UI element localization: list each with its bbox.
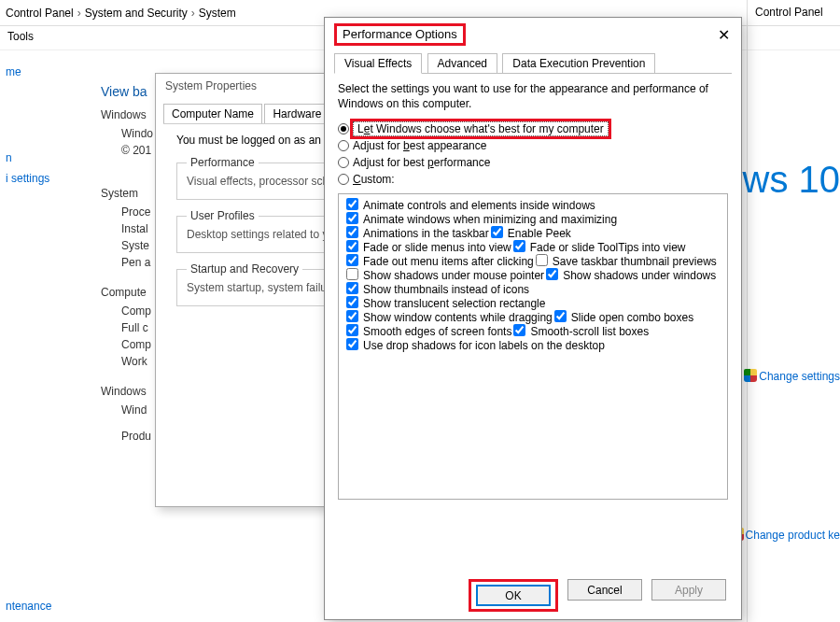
option-item[interactable]: Slide open combo boxes xyxy=(553,310,693,325)
tab-computer-name[interactable]: Computer Name xyxy=(163,104,262,123)
option-label: Fade or slide menus into view xyxy=(363,241,511,254)
tab-hardware[interactable]: Hardware xyxy=(264,104,329,123)
option-label: Save taskbar thumbnail previews xyxy=(553,255,717,268)
option-item[interactable]: Show shadows under mouse pointer xyxy=(344,268,544,283)
option-checkbox[interactable] xyxy=(536,254,548,266)
breadcrumb-item[interactable]: Control Panel xyxy=(6,7,74,20)
option-item[interactable]: Use drop shadows for icon labels on the … xyxy=(344,338,605,353)
change-settings-link[interactable]: Change settings xyxy=(744,369,840,383)
option-label: Enable Peek xyxy=(508,227,571,240)
search-label: Control Panel xyxy=(755,0,840,24)
close-icon[interactable]: ✕ xyxy=(712,26,735,44)
option-checkbox[interactable] xyxy=(513,324,525,336)
radio-icon xyxy=(338,123,349,134)
fieldset-legend: User Profiles xyxy=(187,209,259,222)
breadcrumb-item[interactable]: System and Security xyxy=(85,7,188,20)
option-label: Use drop shadows for icon labels on the … xyxy=(363,339,605,352)
tab-advanced[interactable]: Advanced xyxy=(427,53,497,74)
option-item[interactable]: Show thumbnails instead of icons xyxy=(344,282,529,297)
cp-sidebar: me n i settings xyxy=(0,52,93,189)
ok-button-highlight: OK xyxy=(469,579,558,612)
option-checkbox[interactable] xyxy=(346,282,358,294)
option-label: Fade out menu items after clicking xyxy=(363,255,534,268)
option-item[interactable]: Enable Peek xyxy=(489,226,571,241)
sidebar-link[interactable]: me xyxy=(6,65,21,78)
option-item[interactable]: Save taskbar thumbnail previews xyxy=(534,254,717,269)
option-checkbox[interactable] xyxy=(346,212,358,224)
option-item[interactable]: Smooth edges of screen fonts xyxy=(344,324,511,339)
tab-bar: Visual Effects Advanced Data Execution P… xyxy=(334,53,732,74)
option-label: Smooth edges of screen fonts xyxy=(363,325,511,338)
option-checkbox[interactable] xyxy=(346,198,358,210)
option-item[interactable]: Fade out menu items after clicking xyxy=(344,254,534,269)
footer-link[interactable]: ntenance xyxy=(6,600,51,613)
option-checkbox[interactable] xyxy=(346,296,358,308)
radio-best-performance[interactable]: Adjust for best performance xyxy=(338,154,728,171)
option-checkbox[interactable] xyxy=(491,226,503,238)
shield-icon xyxy=(744,369,757,382)
dialog-button-row: OK Cancel Apply xyxy=(325,579,741,612)
option-item[interactable]: Fade or slide ToolTips into view xyxy=(511,240,686,255)
option-label: Fade or slide ToolTips into view xyxy=(530,241,686,254)
option-label: Animations in the taskbar xyxy=(363,227,489,240)
fieldset-legend: Performance xyxy=(187,156,259,169)
radio-icon xyxy=(338,174,349,185)
fieldset-legend: Startup and Recovery xyxy=(187,262,302,276)
option-item[interactable]: Animate controls and elements inside win… xyxy=(344,198,595,213)
radio-icon xyxy=(338,157,349,168)
option-label: Slide open combo boxes xyxy=(571,311,693,324)
apply-button[interactable]: Apply xyxy=(651,579,726,601)
option-checkbox[interactable] xyxy=(346,338,358,350)
option-checkbox[interactable] xyxy=(346,226,358,238)
option-item[interactable]: Fade or slide menus into view xyxy=(344,240,511,255)
radio-custom[interactable]: Custom: xyxy=(338,171,728,188)
option-checkbox[interactable] xyxy=(346,268,358,280)
radio-best-appearance[interactable]: Adjust for best appearance xyxy=(338,137,728,154)
option-item[interactable]: Show shadows under windows xyxy=(544,268,716,283)
option-label: Show translucent selection rectangle xyxy=(363,297,545,310)
option-label: Show shadows under mouse pointer xyxy=(363,269,544,282)
option-checkbox[interactable] xyxy=(513,240,525,252)
breadcrumb-item[interactable]: System xyxy=(199,7,236,20)
cancel-button[interactable]: Cancel xyxy=(567,579,642,601)
option-checkbox[interactable] xyxy=(346,310,358,322)
chevron-right-icon: › xyxy=(191,7,195,20)
option-item[interactable]: Show translucent selection rectangle xyxy=(344,296,545,311)
option-item[interactable]: Animations in the taskbar xyxy=(344,226,489,241)
option-label: Show shadows under windows xyxy=(563,269,716,282)
ok-button[interactable]: OK xyxy=(476,585,551,606)
performance-options-dialog: Performance Options ✕ Visual Effects Adv… xyxy=(324,17,742,620)
option-checkbox[interactable] xyxy=(346,254,358,266)
menu-tools[interactable]: Tools xyxy=(7,30,34,43)
option-label: Smooth-scroll list boxes xyxy=(530,325,649,338)
change-product-key-link[interactable]: Change product ke xyxy=(731,528,840,542)
option-checkbox[interactable] xyxy=(346,324,358,336)
windows10-logo-text: ws 10 xyxy=(743,159,841,201)
option-label: Animate windows when minimizing and maxi… xyxy=(363,213,617,226)
option-checkbox[interactable] xyxy=(546,268,558,280)
radio-let-windows-choose[interactable]: Let Windows choose what's best for my co… xyxy=(338,120,728,137)
dialog-title: Performance Options xyxy=(334,23,466,46)
option-checkbox[interactable] xyxy=(346,240,358,252)
option-item[interactable]: Smooth-scroll list boxes xyxy=(511,324,649,339)
option-item[interactable]: Animate windows when minimizing and maxi… xyxy=(344,212,617,227)
description-text: Select the settings you want to use for … xyxy=(338,81,728,111)
sidebar-link[interactable]: i settings xyxy=(6,172,49,185)
radio-icon xyxy=(338,140,349,151)
option-item[interactable]: Show window contents while dragging xyxy=(344,310,553,325)
option-label: Show thumbnails instead of icons xyxy=(363,283,529,296)
option-label: Animate controls and elements inside win… xyxy=(363,199,595,212)
chevron-right-icon: › xyxy=(77,7,81,20)
visual-effects-list[interactable]: Animate controls and elements inside win… xyxy=(338,193,728,500)
option-label: Show window contents while dragging xyxy=(363,311,553,324)
tab-visual-effects[interactable]: Visual Effects xyxy=(334,53,422,74)
tab-dep[interactable]: Data Execution Prevention xyxy=(502,53,655,74)
option-checkbox[interactable] xyxy=(554,310,567,322)
sidebar-link[interactable]: n xyxy=(6,151,12,164)
